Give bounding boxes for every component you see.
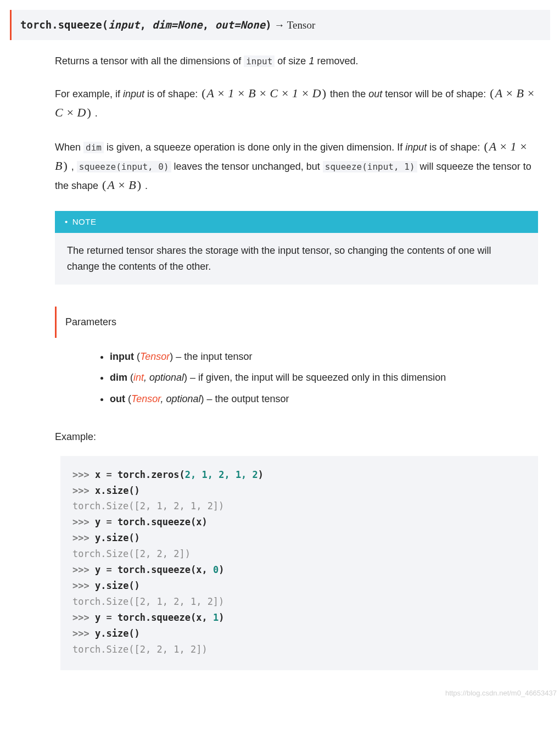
code: = bbox=[100, 516, 117, 527]
code: () bbox=[128, 580, 139, 591]
math-close: ) bbox=[321, 86, 327, 100]
code: = bbox=[100, 564, 117, 575]
code: ) bbox=[219, 564, 224, 575]
code-dim: dim bbox=[83, 142, 104, 153]
sig-arg-input: input bbox=[108, 19, 139, 31]
code: (x, bbox=[191, 612, 213, 623]
sig-arg-out: out=None bbox=[215, 19, 266, 31]
code-squeeze0: squeeze(input, 0) bbox=[77, 161, 171, 172]
example-codeblock: >>> x = torch.zeros(2, 1, 2, 1, 2) >>> x… bbox=[60, 456, 538, 671]
param-optional: , optional bbox=[160, 393, 200, 404]
text: removed. bbox=[314, 55, 358, 66]
code: torch.squeeze bbox=[117, 612, 191, 623]
text: of size bbox=[275, 55, 309, 66]
code-squeeze1: squeeze(input, 1) bbox=[323, 161, 417, 172]
code: x.size bbox=[95, 485, 128, 496]
code: () bbox=[128, 628, 139, 639]
text: leaves the tensor unchanged, but bbox=[171, 161, 323, 172]
summary-paragraph: Returns a tensor with all the dimensions… bbox=[55, 53, 538, 69]
prompt: >>> bbox=[72, 469, 95, 480]
prompt: >>> bbox=[72, 516, 95, 527]
italic-input: input bbox=[405, 142, 427, 153]
sig-namespace: torch. bbox=[20, 19, 58, 31]
code: y.size bbox=[95, 628, 128, 639]
code: ) bbox=[258, 469, 264, 480]
code: ( bbox=[180, 469, 185, 480]
text: tensor will be of shape: bbox=[382, 88, 489, 99]
math-expr: A × 1 × B × C × 1 × D bbox=[206, 86, 321, 100]
math-open: ( bbox=[483, 140, 489, 153]
text: . bbox=[142, 180, 148, 191]
math-close: ) bbox=[86, 105, 92, 119]
italic-out: out bbox=[368, 88, 382, 99]
param-name: out bbox=[110, 393, 125, 404]
code: 1 bbox=[213, 612, 219, 623]
math-shape-result: (A × B) bbox=[101, 178, 142, 192]
code-input: input bbox=[244, 55, 275, 67]
prompt: >>> bbox=[72, 612, 95, 623]
code: y.size bbox=[95, 580, 128, 591]
sig-close-paren: ) bbox=[265, 19, 271, 31]
sig-return-type: Tensor bbox=[287, 19, 315, 31]
math-shape-in: (A × 1 × B × C × 1 × D) bbox=[200, 86, 327, 100]
code: 0 bbox=[213, 564, 219, 575]
text-one: 1 bbox=[309, 55, 314, 66]
sig-arg-dim: dim=None bbox=[152, 19, 203, 31]
prompt: >>> bbox=[72, 580, 95, 591]
sig-comma: , bbox=[203, 19, 215, 31]
code: torch.squeeze bbox=[117, 564, 191, 575]
param-name: input bbox=[110, 351, 134, 362]
output: torch.Size([2, 1, 2, 1, 2]) bbox=[72, 596, 224, 607]
prompt: >>> bbox=[72, 564, 95, 575]
note-admonition: NOTE The returned tensor shares the stor… bbox=[55, 211, 538, 285]
math-close: ) bbox=[62, 159, 68, 172]
note-title: NOTE bbox=[55, 211, 538, 233]
param-optional: , optional bbox=[144, 372, 184, 383]
text: then the bbox=[327, 88, 368, 99]
sig-name: squeeze bbox=[58, 19, 102, 31]
param-type-link[interactable]: int bbox=[133, 372, 144, 383]
function-signature: torch.squeeze(input, dim=None, out=None)… bbox=[10, 10, 550, 40]
text: . bbox=[92, 108, 98, 119]
output: torch.Size([2, 2, 2]) bbox=[72, 548, 191, 559]
text: is of shape: bbox=[427, 142, 483, 153]
parameters-list: input (Tensor) – the input tensor dim (i… bbox=[99, 349, 538, 407]
italic-input: input bbox=[123, 88, 144, 99]
doc-body: Returns a tensor with all the dimensions… bbox=[0, 53, 560, 687]
text: is given, a squeeze operation is done on… bbox=[104, 142, 405, 153]
example-label: Example: bbox=[55, 429, 538, 445]
code: y bbox=[95, 516, 100, 527]
code: y bbox=[95, 612, 100, 623]
dim-paragraph: When dim is given, a squeeze operation i… bbox=[55, 137, 538, 195]
code: y.size bbox=[95, 532, 128, 543]
prompt: >>> bbox=[72, 485, 95, 496]
math-expr: A × B bbox=[107, 178, 136, 192]
param-input: input (Tensor) – the input tensor bbox=[110, 349, 538, 365]
sig-arrow: → bbox=[272, 19, 287, 31]
math-open: ( bbox=[200, 86, 206, 100]
text: , bbox=[69, 161, 77, 172]
text: For example, if bbox=[55, 88, 123, 99]
parameters-heading: Parameters bbox=[55, 307, 538, 338]
param-desc: – if given, the input will be squeezed o… bbox=[187, 372, 446, 383]
param-type-link[interactable]: Tensor bbox=[140, 351, 170, 362]
sig-comma: , bbox=[139, 19, 152, 31]
note-body: The returned tensor shares the storage w… bbox=[55, 233, 538, 285]
example-shape-paragraph: For example, if input is of shape: (A × … bbox=[55, 84, 538, 122]
prompt: >>> bbox=[72, 532, 95, 543]
code: torch.squeeze bbox=[117, 516, 191, 527]
text: Returns a tensor with all the dimensions… bbox=[55, 55, 244, 66]
code: (x, bbox=[191, 564, 213, 575]
code: () bbox=[128, 485, 139, 496]
param-dim: dim (int, optional) – if given, the inpu… bbox=[110, 370, 538, 386]
code: = bbox=[100, 469, 117, 480]
param-type-link[interactable]: Tensor bbox=[131, 393, 160, 404]
watermark: https://blog.csdn.net/m0_46653437 bbox=[0, 686, 560, 704]
code: torch.zeros bbox=[117, 469, 180, 480]
param-desc: – the output tensor bbox=[204, 393, 289, 404]
prompt: >>> bbox=[72, 628, 95, 639]
code: ) bbox=[219, 612, 224, 623]
output: torch.Size([2, 1, 2, 1, 2]) bbox=[72, 500, 224, 511]
param-out: out (Tensor, optional) – the output tens… bbox=[110, 391, 538, 407]
code: = bbox=[100, 612, 117, 623]
